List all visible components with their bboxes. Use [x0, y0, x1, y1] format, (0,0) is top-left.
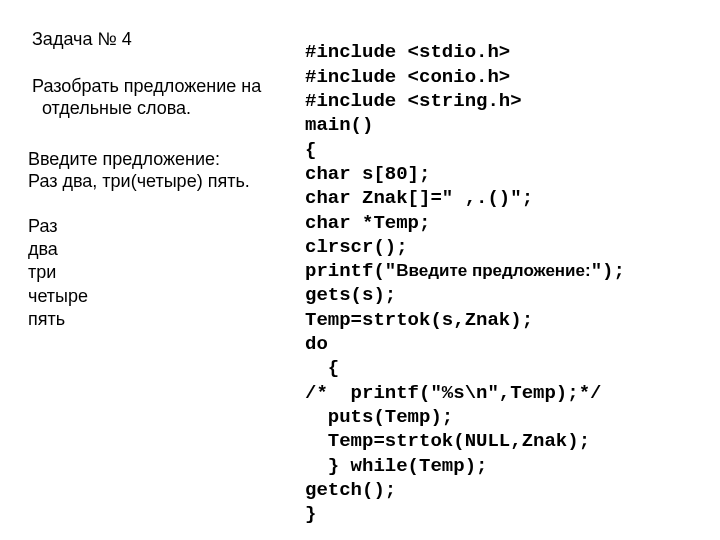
problem-line-1: Разобрать предложение на [32, 75, 293, 98]
code-line: { [305, 357, 339, 379]
output-words: Раз два три четыре пять [28, 215, 293, 332]
code-line: #include <string.h> [305, 90, 522, 112]
printf-open: printf(" [305, 260, 396, 282]
io-input: Раз два, три(четыре) пять. [28, 170, 293, 193]
code-line: Temp=strtok(s,Znak); [305, 309, 533, 331]
word-3: три [28, 261, 293, 284]
io-prompt: Введите предложение: [28, 148, 293, 171]
code-line: #include <stdio.h> [305, 41, 510, 63]
code-line: } while(Temp); [305, 455, 487, 477]
word-2: два [28, 238, 293, 261]
word-5: пять [28, 308, 293, 331]
left-column: Задача № 4 Разобрать предложение на отде… [10, 16, 305, 530]
printf-close: "); [591, 260, 625, 282]
task-title: Задача № 4 [32, 28, 293, 51]
code-line: char s[80]; [305, 163, 430, 185]
code-block: #include <stdio.h> #include <conio.h> #i… [305, 16, 710, 530]
code-line: clrscr(); [305, 236, 408, 258]
problem-line-2: отдельные слова. [32, 97, 293, 120]
code-line: puts(Temp); [305, 406, 453, 428]
code-line: /* printf("%s\n",Temp);*/ [305, 382, 601, 404]
word-4: четыре [28, 285, 293, 308]
code-line: } [305, 503, 316, 525]
code-line: do [305, 333, 328, 355]
printf-prompt-text: Введите предложение: [396, 261, 590, 280]
code-line: char Znak[]=" ,.()"; [305, 187, 533, 209]
code-line: { [305, 139, 316, 161]
code-line: char *Temp; [305, 212, 430, 234]
code-line: main() [305, 114, 373, 136]
code-line: gets(s); [305, 284, 396, 306]
code-line: Temp=strtok(NULL,Znak); [305, 430, 590, 452]
code-line: #include <conio.h> [305, 66, 510, 88]
sample-io: Введите предложение: Раз два, три(четыре… [28, 148, 293, 193]
code-line: getch(); [305, 479, 396, 501]
word-1: Раз [28, 215, 293, 238]
page: Задача № 4 Разобрать предложение на отде… [0, 0, 720, 540]
problem-statement: Разобрать предложение на отдельные слова… [32, 75, 293, 120]
code-line-printf: printf("Введите предложение:"); [305, 260, 625, 282]
